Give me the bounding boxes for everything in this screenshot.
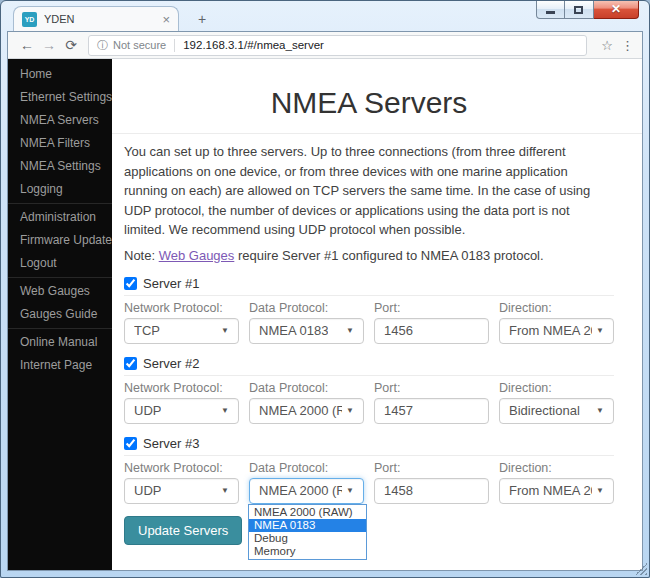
server-1-data-protocol-select[interactable]: NMEA 0183 ▼ — [249, 318, 364, 344]
server-3-direction-select[interactable]: From NMEA 2000 ▼ — [499, 478, 614, 504]
title-divider — [112, 133, 642, 134]
server-1-network-protocol-select[interactable]: TCP ▼ — [124, 318, 239, 344]
sidebar-item-logging[interactable]: Logging — [8, 178, 112, 201]
update-servers-button[interactable]: Update Servers — [124, 516, 242, 545]
server-3-port-input[interactable] — [374, 478, 489, 504]
sidebar-item-home[interactable]: Home — [8, 63, 112, 86]
chevron-down-icon: ▼ — [221, 406, 229, 415]
section-divider — [124, 455, 614, 456]
minimize-button[interactable] — [536, 1, 565, 19]
sidebar-item-logout[interactable]: Logout — [8, 252, 112, 275]
forward-icon[interactable]: → — [38, 37, 60, 53]
browser-tab[interactable]: YD YDEN × — [13, 6, 179, 31]
note-prefix: Note: — [124, 248, 159, 263]
intro-text: You can set up to three servers. Up to t… — [124, 142, 614, 240]
port-label: Port: — [374, 302, 489, 315]
direction-label: Direction: — [499, 462, 614, 475]
data-protocol-label: Data Protocol: — [249, 302, 364, 315]
page-viewport: Home Ethernet Settings NMEA Servers NMEA… — [8, 59, 642, 570]
address-bar[interactable]: ⓘ Not secure 192.168.3.1/#/nmea_server — [88, 35, 587, 56]
close-button[interactable]: ✕ — [594, 1, 639, 19]
sidebar-item-nmea-servers[interactable]: NMEA Servers — [8, 109, 112, 132]
sidebar-item-gauges-guide[interactable]: Gauges Guide — [8, 303, 112, 326]
back-icon[interactable]: ← — [16, 37, 38, 53]
chevron-down-icon: ▼ — [596, 406, 604, 415]
data-protocol-label: Data Protocol: — [249, 382, 364, 395]
server-3-data-protocol-select[interactable]: NMEA 2000 (RAW) ▼ — [249, 478, 364, 504]
server-2-direction-select[interactable]: Bidirectional ▼ — [499, 398, 614, 424]
server-2-section: Server #2 Network Protocol: UDP ▼ Data — [124, 356, 614, 424]
server-2-network-protocol-select[interactable]: UDP ▼ — [124, 398, 239, 424]
sidebar: Home Ethernet Settings NMEA Servers NMEA… — [8, 59, 112, 570]
server-3-checkbox[interactable] — [124, 437, 137, 450]
server-1-checkbox[interactable] — [124, 277, 137, 290]
port-label: Port: — [374, 462, 489, 475]
network-protocol-label: Network Protocol: — [124, 382, 239, 395]
sidebar-item-online-manual[interactable]: Online Manual — [8, 331, 112, 354]
dropdown-option-highlighted[interactable]: NMEA 0183 — [249, 519, 366, 532]
sidebar-divider — [8, 328, 112, 329]
note-suffix: require Server #1 configured to NMEA 018… — [234, 248, 543, 263]
info-icon[interactable]: ⓘ — [97, 38, 108, 53]
maximize-icon — [574, 6, 583, 14]
page-title: NMEA Servers — [124, 85, 614, 121]
server-3-network-protocol-select[interactable]: UDP ▼ — [124, 478, 239, 504]
server-3-label: Server #3 — [143, 436, 199, 451]
direction-label: Direction: — [499, 382, 614, 395]
reload-icon[interactable]: ⟳ — [60, 37, 82, 53]
sidebar-item-ethernet-settings[interactable]: Ethernet Settings — [8, 86, 112, 109]
section-divider — [124, 375, 614, 376]
network-protocol-label: Network Protocol: — [124, 462, 239, 475]
server-1-label: Server #1 — [143, 276, 199, 291]
url-text[interactable]: 192.168.3.1/#/nmea_server — [183, 39, 324, 51]
web-gauges-link[interactable]: Web Gauges — [159, 248, 235, 263]
chevron-down-icon: ▼ — [346, 326, 354, 335]
dropdown-option[interactable]: Memory — [249, 545, 366, 558]
server-1-direction-select[interactable]: From NMEA 2000 ▼ — [499, 318, 614, 344]
minimize-icon — [546, 11, 555, 14]
direction-label: Direction: — [499, 302, 614, 315]
sidebar-item-web-gauges[interactable]: Web Gauges — [8, 280, 112, 303]
chevron-down-icon: ▼ — [346, 486, 354, 495]
server-2-port-input[interactable] — [374, 398, 489, 424]
data-protocol-label: Data Protocol: — [249, 462, 364, 475]
address-toolbar: ← → ⟳ ⓘ Not secure 192.168.3.1/#/nmea_se… — [8, 32, 642, 59]
server-3-section: Server #3 Network Protocol: UDP ▼ Data — [124, 436, 614, 504]
resize-grip[interactable] — [635, 563, 647, 575]
security-label: Not secure — [113, 39, 166, 51]
server-2-label: Server #2 — [143, 356, 199, 371]
new-tab-button[interactable]: + — [189, 10, 215, 28]
window-controls: ✕ — [536, 1, 639, 19]
maximize-button[interactable] — [565, 1, 594, 19]
tab-close-icon[interactable]: × — [160, 13, 172, 26]
dropdown-option[interactable]: NMEA 2000 (RAW) — [249, 506, 366, 519]
port-label: Port: — [374, 382, 489, 395]
chevron-down-icon: ▼ — [221, 326, 229, 335]
server-1-section: Server #1 Network Protocol: TCP ▼ Data — [124, 276, 614, 344]
omnibox-divider — [174, 39, 175, 52]
dropdown-option[interactable]: Debug — [249, 532, 366, 545]
tab-title: YDEN — [44, 13, 160, 25]
browser-window: YD YDEN × + ✕ ← → ⟳ ⓘ Not secure 192.168… — [0, 0, 650, 578]
section-divider — [124, 295, 614, 296]
network-protocol-label: Network Protocol: — [124, 302, 239, 315]
server-2-checkbox[interactable] — [124, 357, 137, 370]
sidebar-item-administration[interactable]: Administration — [8, 206, 112, 229]
bookmark-star-icon[interactable]: ☆ — [601, 38, 613, 53]
data-protocol-dropdown: NMEA 2000 (RAW) NMEA 0183 Debug Memory — [248, 504, 367, 560]
chevron-down-icon: ▼ — [221, 486, 229, 495]
sidebar-item-nmea-settings[interactable]: NMEA Settings — [8, 155, 112, 178]
titlebar[interactable]: YD YDEN × + ✕ — [1, 1, 649, 31]
main-content: NMEA Servers You can set up to three ser… — [112, 59, 642, 570]
sidebar-item-nmea-filters[interactable]: NMEA Filters — [8, 132, 112, 155]
server-2-data-protocol-select[interactable]: NMEA 2000 (RAW) ▼ — [249, 398, 364, 424]
server-1-port-input[interactable] — [374, 318, 489, 344]
sidebar-item-internet-page[interactable]: Internet Page — [8, 354, 112, 377]
browser-body: ← → ⟳ ⓘ Not secure 192.168.3.1/#/nmea_se… — [7, 31, 643, 571]
browser-menu-icon[interactable]: ⋮ — [621, 38, 634, 53]
chevron-down-icon: ▼ — [596, 486, 604, 495]
sidebar-divider — [8, 203, 112, 204]
chevron-down-icon: ▼ — [596, 326, 604, 335]
sidebar-item-firmware-update[interactable]: Firmware Update — [8, 229, 112, 252]
sidebar-divider — [8, 277, 112, 278]
